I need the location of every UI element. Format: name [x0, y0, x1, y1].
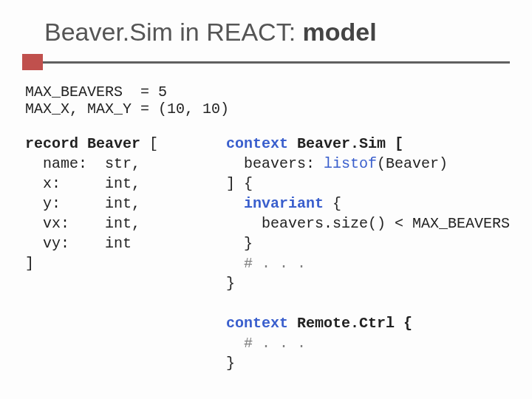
right-column: context Beaver.Sim [ beavers: listof(Bea…: [226, 134, 510, 373]
ctx2-ellipsis-dots: . . .: [262, 335, 306, 352]
accent-block: [22, 54, 43, 70]
kw-context-2: context: [226, 315, 288, 332]
kw-record: record: [25, 135, 78, 152]
ctx1-field-key: beavers:: [226, 155, 324, 172]
ctx2-close: }: [226, 355, 235, 372]
invariant-body: beavers.size() < MAX_BEAVERS: [226, 215, 510, 232]
kw-invariant: invariant: [244, 195, 324, 212]
title-prefix: Beaver.Sim in REACT:: [44, 18, 303, 46]
invariant-close: }: [226, 235, 253, 252]
title-bold: model: [303, 18, 377, 46]
slide-title: Beaver.Sim in REACT: model: [44, 18, 510, 47]
ctx1-head-close: ] {: [226, 175, 253, 192]
record-name: Beaver: [87, 135, 140, 152]
ctx1-ellipsis-dots: . . .: [262, 255, 306, 272]
left-column: record Beaver [ name: str, x: int, y: in…: [25, 134, 216, 373]
record-fields: name: str, x: int, y: int, vx: int, vy: …: [25, 155, 140, 252]
ctx1-open: Beaver.Sim [: [288, 135, 403, 152]
invariant-open: {: [324, 195, 341, 212]
title-rule: [22, 54, 510, 70]
listof-arg: (Beaver): [377, 155, 448, 172]
kw-context-1: context: [226, 135, 288, 152]
record-open: [: [140, 135, 158, 152]
ctx1-ellipsis-hash: #: [226, 255, 262, 272]
constants-block: MAX_BEAVERS = 5 MAX_X, MAX_Y = (10, 10): [25, 83, 510, 117]
code-columns: record Beaver [ name: str, x: int, y: in…: [25, 134, 510, 373]
horizontal-rule: [43, 61, 510, 64]
ctx2-open: Remote.Ctrl {: [288, 315, 412, 332]
slide: Beaver.Sim in REACT: model MAX_BEAVERS =…: [0, 0, 532, 399]
ctx1-close: }: [226, 275, 235, 292]
ctx2-ellipsis-hash: #: [226, 335, 262, 352]
kw-listof: listof: [324, 155, 377, 172]
record-close: ]: [25, 255, 34, 272]
